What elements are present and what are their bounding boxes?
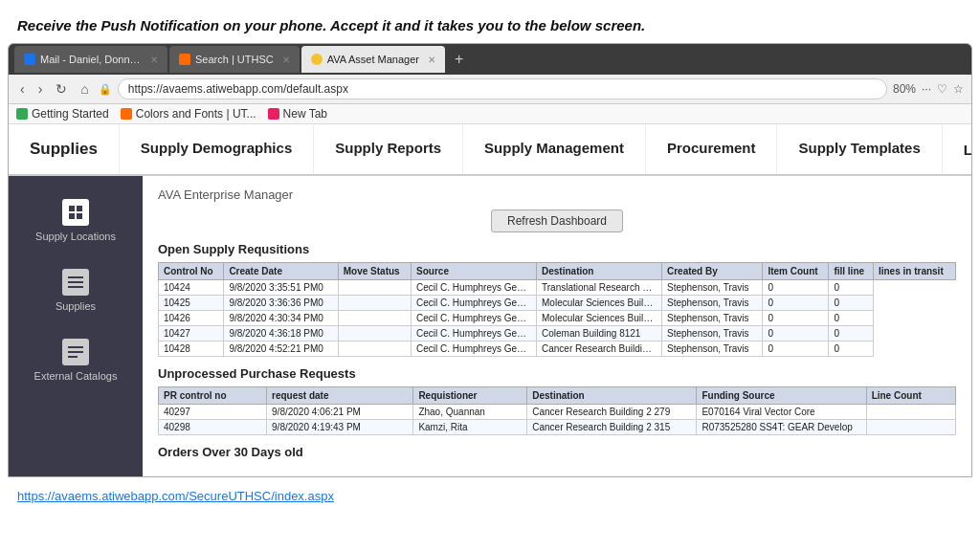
- tab-mail[interactable]: Mail - Daniel, Donna - Outlook ✕: [14, 46, 167, 73]
- address-bar: ‹ › ↻ ⌂ 🔒 80% ··· ♡ ☆: [9, 75, 971, 104]
- svg-rect-9: [68, 356, 78, 358]
- svg-rect-4: [68, 276, 83, 278]
- address-input[interactable]: [118, 78, 887, 99]
- table-cell: Cecil C. Humphreys General Education Bui…: [412, 326, 537, 342]
- col-control-no: Control No: [159, 263, 224, 280]
- supplies-icon: [62, 269, 89, 296]
- bookmark-nt-label: New Tab: [283, 107, 327, 121]
- nav-log-off[interactable]: Log Off: [943, 126, 972, 173]
- bookmark-getting-started[interactable]: Getting Started: [16, 107, 109, 121]
- table-row: 402989/8/2020 4:19:43 PMKamzi, RitaCance…: [159, 420, 956, 435]
- open-req-body: 104249/8/2020 3:35:51 PM0Cecil C. Humphr…: [159, 280, 956, 357]
- table-cell: 9/8/2020 4:06:21 PM: [267, 405, 413, 420]
- tab-ava[interactable]: AVA Asset Manager ✕: [301, 46, 445, 73]
- main-content: Supply Locations Supplies External Catal…: [9, 176, 971, 476]
- table-cell: [866, 405, 955, 420]
- table-row: 402979/8/2020 4:06:21 PMZhao, QuannanCan…: [159, 405, 956, 420]
- tab-mail-favicon: [24, 54, 35, 65]
- refresh-dashboard-button[interactable]: Refresh Dashboard: [491, 209, 623, 232]
- tab-search[interactable]: Search | UTHSC ✕: [169, 46, 300, 73]
- col-line-count: Line Count: [866, 387, 955, 405]
- table-row: 104289/8/2020 4:52:21 PM0Cecil C. Humphr…: [159, 342, 956, 357]
- table-row: 104269/8/2020 4:30:34 PM0Cecil C. Humphr…: [159, 311, 956, 326]
- footer-link[interactable]: https://avaems.atiwebapp.com/SecureUTHSC…: [17, 489, 334, 503]
- nav-supply-demographics[interactable]: Supply Demographics: [120, 124, 314, 174]
- nav-supplies[interactable]: Supplies: [9, 124, 120, 174]
- table-cell: R073525280 SS4T: GEAR Develop: [697, 420, 866, 435]
- tab-mail-close[interactable]: ✕: [150, 55, 158, 65]
- table-cell: 40297: [159, 405, 267, 420]
- table-cell: Cecil C. Humphreys General Education Bui…: [412, 296, 537, 311]
- svg-rect-2: [69, 213, 75, 219]
- unprocessed-requests-header: Unprocessed Purchase Requests: [158, 366, 956, 381]
- open-req-header-row: Control No Create Date Move Status Sourc…: [159, 263, 956, 280]
- nav-procurement[interactable]: Procurement: [646, 124, 778, 174]
- bookmark-colors[interactable]: Colors and Fonts | UT...: [121, 107, 256, 121]
- browser-window: Mail - Daniel, Donna - Outlook ✕ Search …: [8, 43, 972, 477]
- bookmark-colors-favicon: [121, 108, 132, 120]
- menu-dots[interactable]: ···: [922, 82, 931, 96]
- table-row: 104249/8/2020 3:35:51 PM0Cecil C. Humphr…: [159, 280, 956, 296]
- nav-supply-reports-label: Supply Reports: [335, 140, 441, 156]
- home-button[interactable]: ⌂: [77, 79, 92, 99]
- bookmark-new-tab[interactable]: New Tab: [268, 107, 327, 121]
- open-requisitions-table: Control No Create Date Move Status Sourc…: [158, 262, 956, 357]
- sidebar-item-external-catalogs[interactable]: External Catalogs: [9, 325, 143, 395]
- table-cell: Cecil C. Humphreys General Education Bui…: [412, 280, 537, 296]
- table-cell: E070164 Viral Vector Core: [697, 405, 866, 420]
- star-icon[interactable]: ☆: [953, 82, 964, 96]
- supplies-label: Supplies: [56, 300, 96, 312]
- tab-search-close[interactable]: ✕: [282, 55, 290, 65]
- table-cell: Stephenson, Travis: [661, 342, 762, 357]
- table-cell: Molecular Sciences Building 115: [537, 311, 662, 326]
- col-funding-source: Funding Source: [697, 387, 866, 405]
- reload-button[interactable]: ↻: [52, 79, 71, 99]
- tab-mail-label: Mail - Daniel, Donna - Outlook: [40, 54, 142, 65]
- footer-link-area: https://avaems.atiwebapp.com/SecureUTHSC…: [0, 477, 980, 515]
- table-cell: 0: [763, 326, 829, 342]
- table-cell: [338, 342, 411, 357]
- new-tab-button[interactable]: +: [447, 51, 471, 68]
- zoom-level: 80%: [893, 82, 916, 96]
- tab-ava-favicon: [311, 54, 323, 65]
- svg-rect-8: [68, 351, 83, 353]
- table-cell: 9/8/2020 4:30:34 PM0: [224, 311, 338, 326]
- nav-supply-demographics-label: Supply Demographics: [141, 140, 292, 156]
- table-cell: Cancer Research Building 2 315: [527, 420, 697, 435]
- unprocessed-header-row: PR control no request date Requistioner …: [159, 387, 956, 405]
- nav-supply-management-label: Supply Management: [484, 140, 624, 156]
- table-cell: 10426: [159, 311, 224, 326]
- table-cell: 0: [829, 296, 874, 311]
- bookmark-colors-label: Colors and Fonts | UT...: [136, 107, 256, 121]
- svg-rect-6: [68, 286, 83, 288]
- nav-supply-management[interactable]: Supply Management: [463, 124, 646, 174]
- svg-rect-0: [69, 206, 75, 211]
- svg-rect-7: [68, 346, 83, 348]
- bookmark-gs-label: Getting Started: [32, 107, 109, 121]
- table-cell: 0: [763, 280, 829, 296]
- tab-ava-close[interactable]: ✕: [428, 55, 435, 65]
- col-destination2: Destination: [527, 387, 697, 405]
- forward-button[interactable]: ›: [34, 79, 47, 99]
- unprocessed-requests-table: PR control no request date Requistioner …: [158, 386, 956, 435]
- table-cell: Stephenson, Travis: [661, 311, 762, 326]
- table-cell: 10427: [159, 326, 224, 342]
- top-navigation: Supplies Supply Demographics Supply Repo…: [9, 124, 971, 176]
- col-created-by: Created By: [661, 263, 762, 280]
- svg-rect-3: [77, 213, 82, 219]
- nav-supply-reports[interactable]: Supply Reports: [314, 124, 463, 174]
- table-cell: Cecil C. Humphreys General Education Bui…: [412, 311, 537, 326]
- favorites-icon[interactable]: ♡: [937, 82, 947, 96]
- col-create-date: Create Date: [224, 263, 338, 280]
- table-cell: 0: [829, 326, 874, 342]
- nav-supply-templates[interactable]: Supply Templates: [777, 124, 942, 174]
- sidebar-item-supplies[interactable]: Supplies: [9, 255, 143, 325]
- table-cell: Translational Research Building 2164: [537, 280, 662, 296]
- back-button[interactable]: ‹: [16, 79, 29, 99]
- col-move-status: Move Status: [338, 263, 411, 280]
- instruction-text: Receive the Push Notification on your ph…: [0, 0, 980, 43]
- nav-supply-templates-label: Supply Templates: [798, 140, 920, 156]
- table-cell: [866, 420, 955, 435]
- col-pr-control: PR control no: [159, 387, 267, 405]
- sidebar-item-supply-locations[interactable]: Supply Locations: [9, 186, 143, 255]
